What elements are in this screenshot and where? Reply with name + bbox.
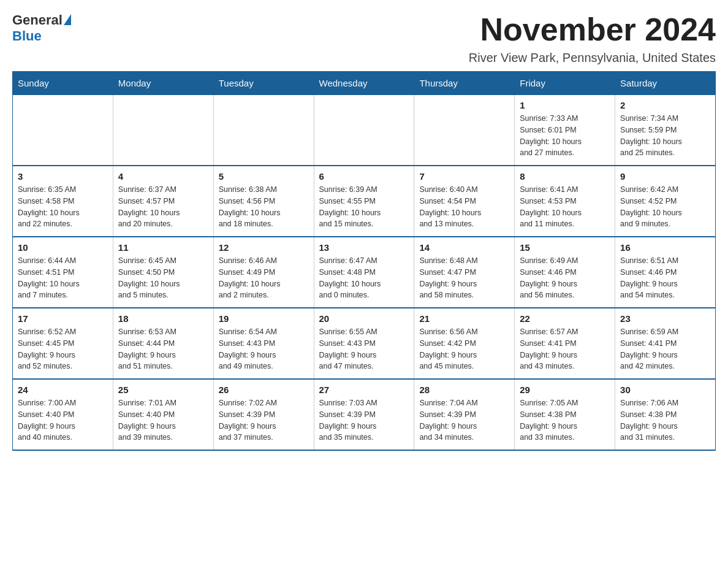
day-number: 22 — [520, 313, 610, 324]
title-area: November 2024 River View Park, Pennsylva… — [469, 12, 716, 65]
day-info: Sunrise: 6:55 AMSunset: 4:43 PMDaylight:… — [319, 326, 409, 372]
day-info: Sunrise: 7:04 AMSunset: 4:39 PMDaylight:… — [419, 397, 509, 443]
day-number: 29 — [520, 385, 610, 395]
day-info: Sunrise: 6:51 AMSunset: 4:46 PMDaylight:… — [620, 255, 710, 301]
calendar-day-cell: 2Sunrise: 7:34 AMSunset: 5:59 PMDaylight… — [615, 95, 716, 166]
calendar-day-cell: 3Sunrise: 6:35 AMSunset: 4:58 PMDaylight… — [13, 166, 113, 237]
day-info: Sunrise: 6:57 AMSunset: 4:41 PMDaylight:… — [520, 326, 610, 372]
logo-blue-text: Blue — [12, 28, 42, 44]
day-number: 24 — [18, 385, 108, 395]
day-number: 16 — [620, 242, 710, 253]
day-info: Sunrise: 7:34 AMSunset: 5:59 PMDaylight:… — [620, 113, 710, 159]
calendar-table: SundayMondayTuesdayWednesdayThursdayFrid… — [12, 71, 716, 451]
calendar-day-cell — [213, 95, 314, 166]
day-info: Sunrise: 7:06 AMSunset: 4:38 PMDaylight:… — [620, 397, 710, 443]
day-info: Sunrise: 6:42 AMSunset: 4:52 PMDaylight:… — [620, 184, 710, 230]
day-number: 1 — [520, 100, 610, 110]
calendar-day-cell — [414, 95, 515, 166]
day-number: 10 — [18, 242, 108, 253]
calendar-day-cell: 27Sunrise: 7:03 AMSunset: 4:39 PMDayligh… — [314, 379, 414, 450]
calendar-day-cell: 21Sunrise: 6:56 AMSunset: 4:42 PMDayligh… — [414, 308, 515, 379]
calendar-day-cell: 28Sunrise: 7:04 AMSunset: 4:39 PMDayligh… — [414, 379, 515, 450]
logo-general-text: General — [12, 12, 63, 28]
header: General Blue November 2024 River View Pa… — [12, 12, 716, 65]
day-number: 12 — [219, 242, 309, 253]
day-number: 26 — [219, 385, 309, 395]
day-number: 11 — [118, 242, 208, 253]
day-number: 7 — [419, 171, 509, 182]
calendar-day-cell: 23Sunrise: 6:59 AMSunset: 4:41 PMDayligh… — [615, 308, 716, 379]
day-info: Sunrise: 6:40 AMSunset: 4:54 PMDaylight:… — [419, 184, 509, 230]
day-number: 15 — [520, 242, 610, 253]
calendar-day-cell: 1Sunrise: 7:33 AMSunset: 6:01 PMDaylight… — [515, 95, 615, 166]
calendar-day-cell — [314, 95, 414, 166]
calendar-day-cell: 16Sunrise: 6:51 AMSunset: 4:46 PMDayligh… — [615, 237, 716, 308]
day-number: 3 — [18, 171, 108, 182]
day-info: Sunrise: 6:47 AMSunset: 4:48 PMDaylight:… — [319, 255, 409, 301]
day-number: 18 — [118, 313, 208, 324]
weekday-header-friday: Friday — [515, 72, 615, 95]
main-title: November 2024 — [469, 12, 716, 47]
calendar-day-cell — [113, 95, 213, 166]
calendar-day-cell: 26Sunrise: 7:02 AMSunset: 4:39 PMDayligh… — [213, 379, 314, 450]
day-number: 30 — [620, 385, 710, 395]
day-info: Sunrise: 6:35 AMSunset: 4:58 PMDaylight:… — [18, 184, 108, 230]
calendar-day-cell: 29Sunrise: 7:05 AMSunset: 4:38 PMDayligh… — [515, 379, 615, 450]
day-info: Sunrise: 6:53 AMSunset: 4:44 PMDaylight:… — [118, 326, 208, 372]
day-number: 13 — [319, 242, 409, 253]
day-info: Sunrise: 6:45 AMSunset: 4:50 PMDaylight:… — [118, 255, 208, 301]
calendar-day-cell: 7Sunrise: 6:40 AMSunset: 4:54 PMDaylight… — [414, 166, 515, 237]
day-info: Sunrise: 6:49 AMSunset: 4:46 PMDaylight:… — [520, 255, 610, 301]
day-number: 8 — [520, 171, 610, 182]
calendar-day-cell: 18Sunrise: 6:53 AMSunset: 4:44 PMDayligh… — [113, 308, 213, 379]
weekday-header-wednesday: Wednesday — [314, 72, 414, 95]
day-info: Sunrise: 6:44 AMSunset: 4:51 PMDaylight:… — [18, 255, 108, 301]
calendar-day-cell: 20Sunrise: 6:55 AMSunset: 4:43 PMDayligh… — [314, 308, 414, 379]
day-info: Sunrise: 6:39 AMSunset: 4:55 PMDaylight:… — [319, 184, 409, 230]
calendar-day-cell: 11Sunrise: 6:45 AMSunset: 4:50 PMDayligh… — [113, 237, 213, 308]
calendar-day-cell: 8Sunrise: 6:41 AMSunset: 4:53 PMDaylight… — [515, 166, 615, 237]
calendar-day-cell: 9Sunrise: 6:42 AMSunset: 4:52 PMDaylight… — [615, 166, 716, 237]
calendar-day-cell: 25Sunrise: 7:01 AMSunset: 4:40 PMDayligh… — [113, 379, 213, 450]
calendar-day-cell: 14Sunrise: 6:48 AMSunset: 4:47 PMDayligh… — [414, 237, 515, 308]
day-info: Sunrise: 6:41 AMSunset: 4:53 PMDaylight:… — [520, 184, 610, 230]
day-number: 17 — [18, 313, 108, 324]
day-number: 28 — [419, 385, 509, 395]
calendar-day-cell: 13Sunrise: 6:47 AMSunset: 4:48 PMDayligh… — [314, 237, 414, 308]
calendar-day-cell: 10Sunrise: 6:44 AMSunset: 4:51 PMDayligh… — [13, 237, 113, 308]
subtitle: River View Park, Pennsylvania, United St… — [469, 51, 716, 65]
day-number: 5 — [219, 171, 309, 182]
day-info: Sunrise: 7:03 AMSunset: 4:39 PMDaylight:… — [319, 397, 409, 443]
day-number: 9 — [620, 171, 710, 182]
calendar-day-cell: 4Sunrise: 6:37 AMSunset: 4:57 PMDaylight… — [113, 166, 213, 237]
day-info: Sunrise: 7:02 AMSunset: 4:39 PMDaylight:… — [219, 397, 309, 443]
day-info: Sunrise: 6:52 AMSunset: 4:45 PMDaylight:… — [18, 326, 108, 372]
calendar-week-row: 10Sunrise: 6:44 AMSunset: 4:51 PMDayligh… — [13, 237, 716, 308]
day-number: 14 — [419, 242, 509, 253]
calendar-header-row: SundayMondayTuesdayWednesdayThursdayFrid… — [13, 72, 716, 95]
calendar-day-cell: 6Sunrise: 6:39 AMSunset: 4:55 PMDaylight… — [314, 166, 414, 237]
day-number: 20 — [319, 313, 409, 324]
day-number: 23 — [620, 313, 710, 324]
weekday-header-sunday: Sunday — [13, 72, 113, 95]
day-info: Sunrise: 6:54 AMSunset: 4:43 PMDaylight:… — [219, 326, 309, 372]
day-info: Sunrise: 7:05 AMSunset: 4:38 PMDaylight:… — [520, 397, 610, 443]
day-number: 6 — [319, 171, 409, 182]
day-info: Sunrise: 7:01 AMSunset: 4:40 PMDaylight:… — [118, 397, 208, 443]
calendar-day-cell: 17Sunrise: 6:52 AMSunset: 4:45 PMDayligh… — [13, 308, 113, 379]
calendar-day-cell: 5Sunrise: 6:38 AMSunset: 4:56 PMDaylight… — [213, 166, 314, 237]
calendar-day-cell: 22Sunrise: 6:57 AMSunset: 4:41 PMDayligh… — [515, 308, 615, 379]
day-info: Sunrise: 6:59 AMSunset: 4:41 PMDaylight:… — [620, 326, 710, 372]
calendar-day-cell: 15Sunrise: 6:49 AMSunset: 4:46 PMDayligh… — [515, 237, 615, 308]
calendar-week-row: 24Sunrise: 7:00 AMSunset: 4:40 PMDayligh… — [13, 379, 716, 450]
weekday-header-tuesday: Tuesday — [213, 72, 314, 95]
day-number: 21 — [419, 313, 509, 324]
calendar-day-cell: 30Sunrise: 7:06 AMSunset: 4:38 PMDayligh… — [615, 379, 716, 450]
day-info: Sunrise: 6:56 AMSunset: 4:42 PMDaylight:… — [419, 326, 509, 372]
day-info: Sunrise: 6:46 AMSunset: 4:49 PMDaylight:… — [219, 255, 309, 301]
day-info: Sunrise: 7:00 AMSunset: 4:40 PMDaylight:… — [18, 397, 108, 443]
calendar-week-row: 3Sunrise: 6:35 AMSunset: 4:58 PMDaylight… — [13, 166, 716, 237]
weekday-header-thursday: Thursday — [414, 72, 515, 95]
calendar-day-cell: 24Sunrise: 7:00 AMSunset: 4:40 PMDayligh… — [13, 379, 113, 450]
day-info: Sunrise: 6:38 AMSunset: 4:56 PMDaylight:… — [219, 184, 309, 230]
